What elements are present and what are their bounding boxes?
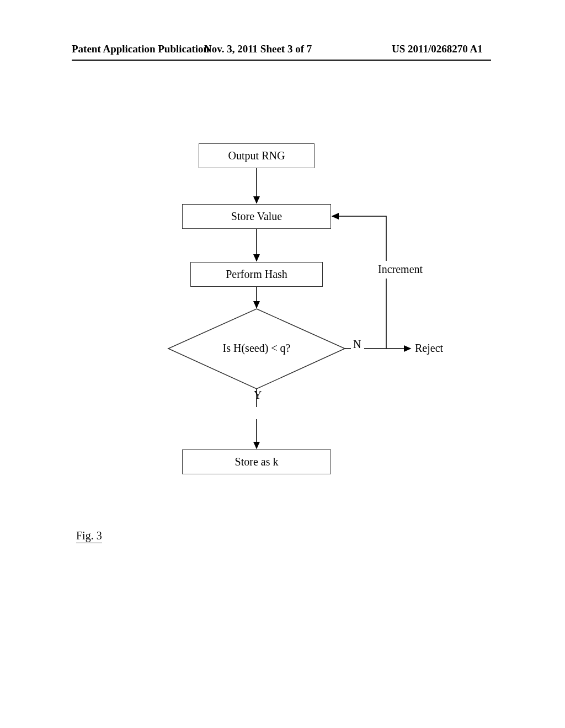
label-increment: Increment <box>378 263 423 276</box>
flowchart: Output RNG Store Value Perform Hash Stor… <box>166 143 452 502</box>
process-perform-hash: Perform Hash <box>190 262 323 287</box>
label-no: N <box>353 338 361 351</box>
flowchart-connectors <box>166 143 452 502</box>
process-store-k: Store as k <box>182 449 331 474</box>
label-reject: Reject <box>415 342 443 355</box>
figure-label: Fig. 3 <box>76 529 102 543</box>
header-right: US 2011/0268270 A1 <box>392 43 483 55</box>
process-label: Store as k <box>235 456 279 468</box>
page: Patent Application Publication Nov. 3, 2… <box>0 0 565 728</box>
decision-label: Is H(seed) < q? <box>215 342 298 355</box>
process-label: Store Value <box>231 210 282 223</box>
process-label: Perform Hash <box>226 268 287 281</box>
process-label: Output RNG <box>228 149 285 162</box>
header-center: Nov. 3, 2011 Sheet 3 of 7 <box>204 43 312 55</box>
label-yes: Y <box>254 389 262 402</box>
header-divider <box>72 60 491 61</box>
process-output-rng: Output RNG <box>199 143 315 168</box>
header-left: Patent Application Publication <box>72 43 209 55</box>
process-store-value: Store Value <box>182 204 331 229</box>
